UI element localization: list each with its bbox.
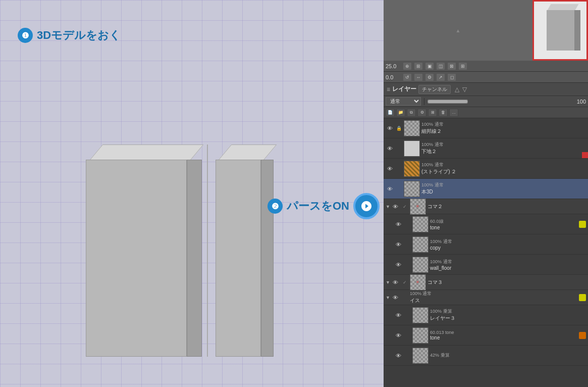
annotation-1-text: 3Dモデルをおく (37, 28, 121, 43)
layer-visibility-toggle[interactable]: 👁 (386, 124, 394, 132)
layer-blend-mode: 100% 通常 (421, 162, 586, 168)
layer-lock[interactable] (404, 261, 411, 268)
layer-thumbnail (412, 216, 429, 232)
layer-visibility-toggle[interactable]: 👁 (394, 220, 402, 228)
blend-mode-select[interactable]: 通常 乗算 スクリーン (386, 97, 421, 106)
layer-folder-item[interactable]: ▼ 👁 100% 通常 イス (384, 290, 588, 305)
layer-name: イス (410, 297, 577, 304)
layer-folder-item[interactable]: ▼ 👁 ✓ ✕ コマ３ (384, 275, 588, 290)
layer-lock[interactable] (395, 165, 402, 172)
export-button[interactable]: ↗ (436, 73, 445, 81)
layer-visibility-toggle[interactable]: 👁 (392, 203, 400, 211)
layer-item[interactable]: 👁 100% 通常 下地２ (384, 138, 588, 159)
layer-item[interactable]: 👁 100% 通常 copy (384, 234, 588, 255)
view-button-2[interactable]: ◫ (436, 62, 445, 70)
delete-button[interactable]: 🗑 (439, 109, 448, 117)
layer-item-active[interactable]: 👁 100% 通常 本3D (384, 179, 588, 199)
new-layer-button[interactable]: 📄 (386, 109, 395, 117)
layer-name: 下地２ (421, 148, 586, 155)
layer-thumbnail (412, 307, 429, 323)
layer-info: コマ２ (427, 203, 586, 210)
layer-folder-item[interactable]: ▼ 👁 ✓ ✕ コマ２ (384, 199, 588, 214)
box-divider (207, 144, 208, 357)
layer-blend-mode: 100% 通常 (410, 291, 577, 297)
layer-lock[interactable] (404, 221, 411, 228)
layer-settings-button[interactable]: ⚙ (417, 109, 426, 117)
layer-visibility-toggle[interactable]: 👁 (386, 185, 394, 193)
layer-blend-mode: 100% 乗算 (430, 308, 586, 315)
layer-thumbnail: ✕ (410, 274, 426, 291)
box-right-front (216, 160, 261, 357)
opacity-bar[interactable] (427, 100, 468, 104)
layer-lock[interactable] (404, 352, 411, 359)
preview-area: ▲ (384, 0, 588, 61)
zoom-fit-button[interactable]: ⊞ (414, 62, 423, 70)
layer-item[interactable]: 👁 42% 乗算 (384, 346, 588, 366)
layer-visibility-toggle[interactable]: 👁 (392, 294, 400, 302)
layer-thumbnail (404, 181, 420, 197)
layer-lock[interactable] (401, 294, 408, 301)
merge-button[interactable]: ⊞ (428, 109, 437, 117)
layer-thumbnail (412, 257, 429, 273)
tool-button-1[interactable]: ◻ (447, 73, 456, 81)
layer-item[interactable]: 👁 60.013 tone tone (384, 325, 588, 346)
folder-toggle[interactable]: ▼ (386, 204, 390, 209)
layer-blend-mode: 100% 通常 (430, 238, 586, 245)
annotation-2: ❷ パースをON (268, 193, 380, 219)
layer-blend-mode: 42% 乗算 (430, 352, 586, 359)
layer-info: 100% 通常 下地２ (421, 141, 586, 155)
annotation-2-text: パースをON (287, 199, 349, 214)
layers-panel-header: ≡ レイヤー チャンネル △ ▽ (384, 83, 588, 96)
new-folder-button[interactable]: 📁 (396, 109, 405, 117)
rotate-button[interactable]: ↺ (403, 73, 412, 81)
layer-visibility-toggle[interactable]: 👁 (386, 165, 394, 173)
layer-blend-mode: 100% 通常 (421, 141, 586, 148)
layer-blend-mode: 60.013 tone (430, 330, 577, 335)
layer-info: 100% 通常 細邦線２ (421, 121, 586, 135)
layer-lock[interactable] (404, 241, 411, 248)
layer-lock[interactable]: ✓ (401, 279, 408, 286)
opacity-fill (428, 100, 467, 103)
layer-blend-mode: 100% 通常 (430, 259, 586, 265)
annotation-1-number: ❶ (18, 28, 33, 43)
layer-visibility-toggle[interactable]: 👁 (394, 352, 402, 360)
layer-visibility-toggle[interactable]: 👁 (394, 261, 402, 269)
view-button-3[interactable]: ⊠ (447, 62, 456, 70)
layer-info: 60.013 tone tone (430, 330, 577, 341)
flip-button[interactable]: ↔ (414, 73, 423, 81)
layer-tab-channel[interactable]: チャンネル (418, 85, 451, 94)
layer-visibility-toggle[interactable]: 👁 (392, 278, 400, 286)
view-button-4[interactable]: ⊞ (458, 62, 467, 70)
settings-button[interactable]: ⚙ (425, 73, 434, 81)
layer-lock[interactable] (404, 312, 411, 319)
layer-visibility-toggle[interactable]: 👁 (394, 331, 402, 340)
layer-visibility-toggle[interactable]: 👁 (394, 311, 402, 319)
viewport: ❶ 3Dモデルをおく ❷ パースをON (0, 0, 384, 387)
layer-item[interactable]: 👁 100% 通常 wall_floor (384, 255, 588, 275)
layer-visibility-toggle[interactable]: 👁 (386, 144, 394, 153)
3d-box-right (216, 144, 276, 357)
preview-thumbnail[interactable] (532, 0, 588, 61)
layer-item[interactable]: 👁 100% 乗算 レイヤー３ (384, 305, 588, 325)
layer-thumbnail: ✕ (410, 199, 426, 215)
toolbar-row-2: 0.0 ↺ ↔ ⚙ ↗ ◻ (384, 72, 588, 83)
duplicate-button[interactable]: ⧉ (407, 109, 416, 117)
layer-item[interactable]: 👁 🔒 100% 通常 細邦線２ (384, 118, 588, 138)
layer-thumbnail (412, 327, 429, 344)
view-button-1[interactable]: ▣ (425, 62, 434, 70)
layer-lock[interactable] (395, 145, 402, 152)
layer-lock[interactable]: 🔒 (395, 125, 402, 132)
annotation-2-button[interactable] (353, 193, 380, 219)
folder-toggle[interactable]: ▼ (386, 280, 390, 285)
more-button[interactable]: … (449, 109, 458, 117)
layer-lock[interactable] (404, 332, 411, 339)
zoom-reset-button[interactable]: ⊕ (403, 62, 412, 70)
folder-toggle[interactable]: ▼ (386, 295, 390, 300)
layer-name: コマ２ (427, 203, 586, 210)
layer-visibility-toggle[interactable]: 👁 (394, 240, 402, 249)
layer-item[interactable]: 👁 100% 通常 (ストライプ) ２ (384, 159, 588, 179)
layer-item[interactable]: 👁 60.0線 tone (384, 214, 588, 234)
right-panel: ▲ 25.0 ⊕ ⊞ ▣ ◫ ⊠ ⊞ 0.0 ↺ ↔ ⚙ ↗ ◻ ≡ レイヤー … (384, 0, 588, 387)
layer-lock[interactable]: ✓ (401, 203, 408, 210)
layer-lock[interactable] (395, 185, 402, 192)
